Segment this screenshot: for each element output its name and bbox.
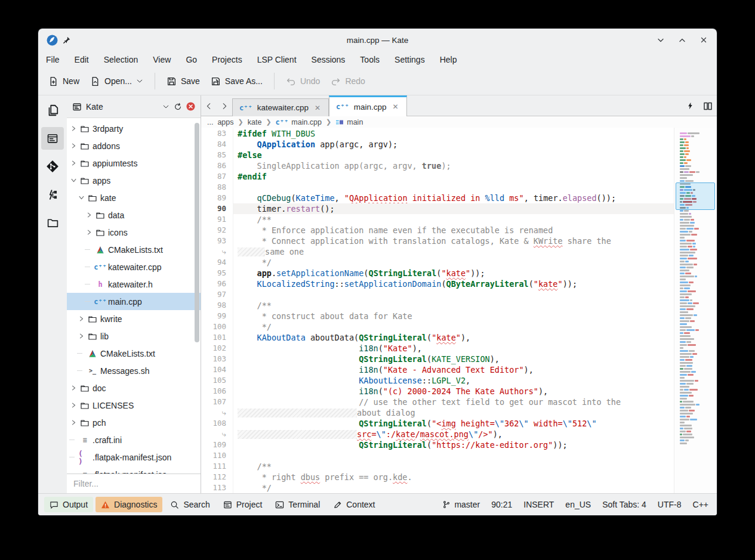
split-button[interactable]	[699, 96, 717, 116]
menu-view[interactable]: View	[153, 55, 171, 64]
minimap-row	[680, 338, 714, 340]
tab-main-cpp[interactable]: c⁺⁺main.cpp✕	[329, 95, 407, 116]
ini-icon: ≡	[78, 437, 91, 444]
new-button[interactable]: New	[43, 72, 85, 91]
refresh-icon[interactable]	[174, 103, 182, 111]
tree-item-lib[interactable]: lib	[67, 327, 201, 345]
status-view-search[interactable]: Search	[165, 497, 215, 512]
chevron-right-icon[interactable]	[69, 402, 78, 409]
tree-item-licenses[interactable]: LICENSES	[67, 397, 201, 414]
tab-close-icon[interactable]: ✕	[313, 104, 322, 112]
menu-sessions[interactable]: Sessions	[312, 55, 346, 64]
tree-item-icons[interactable]: icons	[67, 224, 201, 241]
tree-item-katewaiter-cpp[interactable]: c⁺⁺katewaiter.cpp	[67, 258, 201, 276]
tree-item-3rdparty[interactable]: 3rdparty	[67, 120, 201, 137]
breadcrumb-[interactable]: ...	[207, 118, 213, 126]
status-view-project[interactable]: Project	[218, 497, 268, 512]
status-90-21[interactable]: 90:21	[491, 500, 512, 509]
tab-close-icon[interactable]: ✕	[392, 103, 400, 111]
titlebar[interactable]: main.cpp — Kate	[38, 29, 717, 51]
tree-item-cmakelists-txt[interactable]: CMakeLists.txt	[67, 241, 201, 258]
tree-item-main-cpp[interactable]: c⁺⁺main.cpp	[67, 293, 201, 310]
chevron-right-icon[interactable]	[69, 125, 78, 132]
menu-lsp-client[interactable]: LSP Client	[257, 55, 297, 64]
menu-edit[interactable]: Edit	[75, 55, 89, 64]
tree-item-messages-sh[interactable]: >_Messages.sh	[67, 362, 201, 379]
tree-item-apps[interactable]: apps	[67, 172, 201, 189]
chevron-down-icon[interactable]	[162, 103, 170, 110]
breadcrumb-main[interactable]: main	[335, 118, 363, 126]
minimap-viewport[interactable]	[676, 182, 715, 210]
breadcrumb-kate[interactable]: kate	[248, 118, 262, 126]
close-project-icon[interactable]	[186, 102, 195, 111]
pin-icon[interactable]	[63, 36, 71, 44]
status-view-diagnostics[interactable]: Diagnostics	[95, 497, 162, 512]
tree-item-label: LICENSES	[91, 401, 134, 410]
save-as-button[interactable]: Save As...	[205, 72, 268, 91]
tree-item-flatpak-manifest-json[interactable]: ( ).flatpak-manifest.json	[67, 448, 201, 466]
code-view[interactable]: 83#ifdef WITH_DBUS84 QApplication app(ar…	[201, 128, 674, 493]
chevron-right-icon[interactable]	[69, 419, 78, 426]
breadcrumb-main-cpp[interactable]: c⁺⁺main.cpp	[276, 118, 322, 126]
filter-input[interactable]	[72, 478, 195, 489]
menu-tools[interactable]: Tools	[360, 55, 380, 64]
tree-item-kwrite[interactable]: kwrite	[67, 310, 201, 327]
redo-button[interactable]: Redo	[325, 72, 370, 91]
chevron-right-icon[interactable]	[69, 385, 78, 391]
status-c[interactable]: C++	[693, 500, 708, 509]
minimap-row	[680, 162, 714, 164]
minimize-button[interactable]	[656, 35, 665, 45]
tab-nav-back[interactable]	[201, 96, 217, 116]
tree-item-katewaiter-h[interactable]: hkatewaiter.h	[67, 276, 201, 293]
chevron-right-icon[interactable]	[85, 229, 94, 236]
maximize-button[interactable]	[677, 35, 687, 45]
menu-help[interactable]: Help	[440, 55, 457, 64]
sidebar-tool-filesystem[interactable]	[41, 211, 64, 234]
tab-katewaiter-cpp[interactable]: c⁺⁺katewaiter.cpp✕	[232, 98, 329, 116]
menu-projects[interactable]: Projects	[212, 55, 242, 64]
open-button[interactable]: Open...	[85, 72, 149, 91]
chevron-right-icon[interactable]	[69, 143, 78, 149]
chevron-down-icon[interactable]	[77, 194, 86, 201]
chevron-down-icon[interactable]	[69, 177, 78, 184]
close-button[interactable]	[699, 35, 708, 45]
tree-scrollbar[interactable]	[195, 123, 199, 342]
chevron-right-icon[interactable]	[77, 315, 86, 322]
status-view-output[interactable]: Output	[44, 497, 93, 512]
menu-selection[interactable]: Selection	[104, 55, 138, 64]
tree-item-craft-ini[interactable]: ≡.craft.ini	[67, 431, 201, 448]
lightning-button[interactable]	[681, 96, 699, 116]
tree-item-data[interactable]: data	[67, 206, 201, 224]
sidebar-tool-project-list[interactable]	[41, 127, 64, 150]
save-button[interactable]: Save	[161, 72, 205, 91]
tree-item-flatpak-manifest-jso[interactable]: ≡.flatpak-manifest.jso	[67, 466, 201, 474]
status-en-us[interactable]: en_US	[565, 500, 591, 509]
tab-nav-forward[interactable]	[217, 96, 232, 116]
menu-go[interactable]: Go	[186, 55, 197, 64]
menu-settings[interactable]: Settings	[395, 55, 425, 64]
sidebar-tool-documents[interactable]	[41, 99, 64, 122]
menu-file[interactable]: File	[46, 55, 60, 64]
tree-item-doc[interactable]: doc	[67, 379, 201, 397]
tree-item-kate[interactable]: kate	[67, 189, 201, 206]
status-view-terminal[interactable]: Terminal	[270, 497, 325, 512]
status-view-context[interactable]: Context	[328, 497, 380, 512]
status-master[interactable]: master	[442, 500, 480, 509]
minimap-row	[680, 383, 714, 385]
status-soft-tabs-4[interactable]: Soft Tabs: 4	[602, 500, 646, 509]
chevron-right-icon[interactable]	[77, 333, 86, 339]
tree-item-cmakelists-txt[interactable]: CMakeLists.txt	[67, 345, 201, 362]
sidebar-tool-git[interactable]	[41, 155, 64, 178]
minimap-scrollbar[interactable]	[674, 128, 717, 493]
status-utf-8[interactable]: UTF-8	[658, 500, 682, 509]
tree-item-addons[interactable]: addons	[67, 137, 201, 154]
sidebar-tool-symbols[interactable]	[41, 183, 64, 206]
status-insert[interactable]: INSERT	[523, 500, 554, 509]
breadcrumb-apps[interactable]: apps	[217, 118, 233, 126]
tree-guide	[77, 353, 86, 354]
tree-item-appiumtests[interactable]: appiumtests	[67, 154, 201, 172]
chevron-right-icon[interactable]	[85, 212, 94, 218]
tree-item-pch[interactable]: pch	[67, 414, 201, 431]
undo-button[interactable]: Undo	[281, 72, 325, 91]
chevron-right-icon[interactable]	[69, 160, 78, 166]
